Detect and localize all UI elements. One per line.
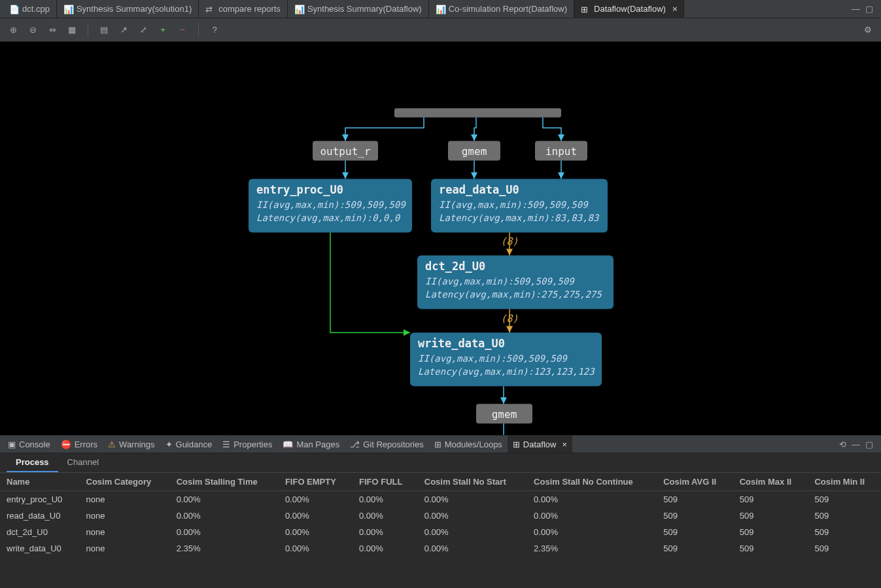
process-ii: II(avg,max,min):509,509,509 — [439, 199, 589, 211]
editor-tab[interactable]: ⊞Dataflow(Dataflow)× — [574, 0, 684, 18]
zoom-out-button[interactable]: ⊖ — [26, 24, 39, 37]
svg-marker-1 — [471, 135, 477, 141]
bottom-tab-label: Warnings — [119, 440, 154, 449]
column-header[interactable]: Cosim AVG II — [657, 473, 733, 491]
bottom-tab[interactable]: ✦Guidance — [160, 436, 218, 453]
settings-button[interactable]: ⚙ — [861, 24, 874, 37]
close-icon[interactable]: × — [562, 440, 567, 449]
table-cell: 0.00% — [353, 491, 418, 508]
bottom-tab[interactable]: ⎇Git Repositories — [345, 436, 428, 453]
edge-icon: ↗ — [120, 25, 128, 35]
guidance-icon: ✦ — [165, 440, 173, 449]
expand-button[interactable]: ⤢ — [137, 24, 150, 37]
table-cell: none — [80, 524, 170, 540]
plus-button[interactable]: + — [156, 24, 169, 37]
help-button[interactable]: ? — [208, 24, 221, 37]
editor-tab-label: dct.cpp — [22, 4, 50, 14]
editor-tab[interactable]: 📊Synthesis Summary(solution1) — [57, 0, 199, 18]
console-icon: ▣ — [8, 440, 16, 449]
zoom-in-button[interactable]: ⊕ — [7, 24, 20, 37]
table-cell: 0.00% — [418, 540, 527, 557]
svg-marker-9 — [500, 398, 507, 404]
table-cell: 509 — [808, 524, 881, 540]
editor-tab-label: Synthesis Summary(Dataflow) — [307, 4, 422, 14]
report-icon: 📊 — [436, 5, 445, 14]
column-header[interactable]: Name — [0, 473, 80, 491]
bottom-tab[interactable]: ⚠Warnings — [103, 436, 160, 453]
process-ii: II(avg,max,min):509,509,509 — [256, 199, 406, 211]
table-cell: 0.00% — [170, 491, 279, 508]
table-row[interactable]: dct_2d_U0none0.00%0.00%0.00%0.00%0.00%50… — [0, 524, 881, 540]
table-cell: 0.00% — [353, 524, 418, 540]
edge-button[interactable]: ↗ — [117, 24, 130, 37]
table-cell: 509 — [808, 540, 881, 557]
toolbar-separator — [88, 24, 88, 37]
svg-marker-0 — [342, 135, 349, 141]
table-cell: 0.00% — [418, 524, 527, 540]
file-c-icon: 📄 — [9, 5, 18, 14]
bottom-tab[interactable]: ⛔Errors — [56, 436, 103, 453]
bottom-tab-label: Console — [19, 440, 50, 449]
bottom-tab[interactable]: 📖Man Pages — [277, 436, 345, 453]
minus-button[interactable]: − — [176, 24, 189, 37]
process-title: read_data_U0 — [439, 183, 519, 196]
close-icon[interactable]: × — [672, 4, 678, 14]
restore-icon[interactable]: ⟲ — [839, 440, 846, 449]
maximize-icon[interactable]: ▢ — [865, 4, 873, 14]
column-header[interactable]: Cosim Max II — [733, 473, 808, 491]
fit-button[interactable]: ⇔ — [46, 24, 59, 37]
editor-tab[interactable]: ⇄compare reports — [199, 0, 288, 18]
process-ii: II(avg,max,min):509,509,509 — [425, 276, 575, 287]
table-row[interactable]: write_data_U0none2.35%0.00%0.00%0.00%2.3… — [0, 540, 881, 557]
bottom-tab-label: Errors — [75, 440, 97, 449]
bottom-tab[interactable]: ⊞Modules/Loops — [429, 436, 508, 453]
editor-tab[interactable]: 📊Co-simulation Report(Dataflow) — [429, 0, 574, 18]
zoom-out-icon: ⊖ — [29, 25, 37, 35]
bottom-tab[interactable]: ☰Properties — [217, 436, 277, 453]
table-cell: 2.35% — [170, 540, 279, 557]
gear-icon: ⚙ — [864, 25, 872, 35]
process-title: dct_2d_U0 — [425, 260, 485, 273]
svg-marker-4 — [471, 173, 477, 179]
column-header[interactable]: Cosim Category — [80, 473, 170, 491]
bottom-panel-controls: ⟲—▢ — [839, 440, 878, 449]
sub-tab-channel[interactable]: Channel — [58, 453, 108, 472]
column-header[interactable]: Cosim Stalling Time — [170, 473, 279, 491]
dataflow-diagram-canvas[interactable]: output_rgmeminputgmementry_proc_U0II(avg… — [0, 42, 881, 435]
bottom-tab-label: Properties — [233, 440, 272, 449]
port-label: input — [545, 145, 577, 158]
bottom-tab-label: Guidance — [176, 440, 213, 449]
port-label: gmem — [492, 408, 517, 421]
editor-tab-label: Dataflow(Dataflow) — [594, 4, 666, 14]
table-cell: 509 — [657, 524, 733, 540]
errors-icon: ⛔ — [61, 440, 71, 449]
column-header[interactable]: Cosim Min II — [808, 473, 881, 491]
column-header[interactable]: Cosim Stall No Start — [418, 473, 527, 491]
bottom-tab[interactable]: ▣Console — [3, 436, 56, 453]
bottom-tab[interactable]: ⊞Dataflow× — [508, 436, 572, 453]
compare-icon: ⇄ — [205, 5, 215, 14]
table-cell: 509 — [657, 491, 733, 508]
editor-tab[interactable]: 📄dct.cpp — [3, 0, 57, 18]
process-latency: Latency(avg,max,min):275,275,275 — [425, 289, 602, 300]
select-button[interactable]: ▦ — [65, 24, 78, 37]
table-cell: 509 — [657, 540, 733, 557]
grid-button[interactable]: ▤ — [97, 24, 111, 37]
maximize-icon[interactable]: ▢ — [865, 440, 873, 449]
table-row[interactable]: read_data_U0none0.00%0.00%0.00%0.00%0.00… — [0, 508, 881, 524]
table-cell: 0.00% — [353, 508, 418, 524]
editor-tab[interactable]: 📊Synthesis Summary(Dataflow) — [288, 0, 429, 18]
table-cell: none — [80, 491, 170, 508]
column-header[interactable]: FIFO EMPTY — [279, 473, 353, 491]
minimize-icon[interactable]: — — [852, 440, 860, 449]
table-row[interactable]: entry_proc_U0none0.00%0.00%0.00%0.00%0.0… — [0, 491, 881, 508]
svg-marker-7 — [506, 326, 513, 333]
help-icon: ? — [212, 25, 216, 35]
column-header[interactable]: FIFO FULL — [353, 473, 418, 491]
sub-tab-process[interactable]: Process — [7, 453, 58, 472]
column-header[interactable]: Cosim Stall No Continue — [527, 473, 657, 491]
table-cell: 0.00% — [353, 540, 418, 557]
minimize-icon[interactable]: — — [852, 4, 860, 14]
bottom-tab-label: Man Pages — [296, 440, 339, 449]
minus-icon: − — [180, 25, 185, 35]
